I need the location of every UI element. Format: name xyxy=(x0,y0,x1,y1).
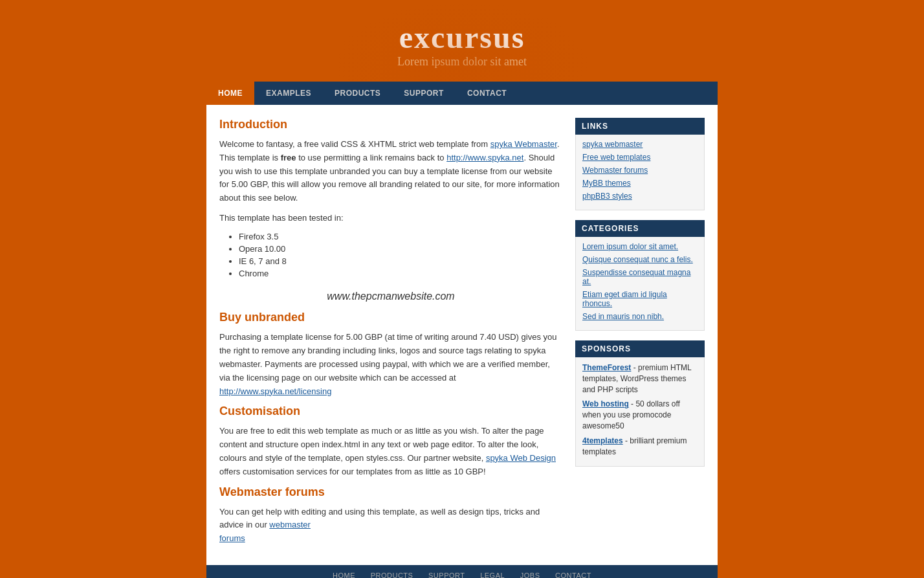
section2-title: Buy unbranded xyxy=(219,311,562,324)
section1-tested: This template has been tested in: xyxy=(219,212,562,225)
section1-title: Introduction xyxy=(219,118,562,131)
sponsor-1: Web hosting - 50 dollars off when you us… xyxy=(582,399,698,431)
sidebar-cat-4[interactable]: Sed in mauris non nibh. xyxy=(582,312,698,321)
sidebar-sponsors-title: SPONSORS xyxy=(575,340,705,357)
footer-nav-legal[interactable]: LEGAL xyxy=(474,572,511,578)
watermark: www.thepcmanwebsite.com xyxy=(219,288,562,305)
webmaster-forums-link[interactable]: webmasterforums xyxy=(219,520,311,543)
spyka-webmaster-link[interactable]: spyka Webmaster xyxy=(490,139,557,149)
footer-nav-jobs[interactable]: JOBS xyxy=(514,572,547,578)
main-content: Introduction Welcome to fantasy, a free … xyxy=(219,118,575,552)
sidebar-cat-0[interactable]: Lorem ipsum dolor sit amet. xyxy=(582,242,698,251)
footer-nav-support[interactable]: SUPPORT xyxy=(422,572,471,578)
sponsor-0: ThemeForest - premium HTML templates, Wo… xyxy=(582,362,698,395)
spyka-web-design-link[interactable]: spyka Web Design xyxy=(486,453,556,463)
sidebar-link-2[interactable]: Webmaster forums xyxy=(582,166,698,175)
sponsor-link-1[interactable]: Web hosting xyxy=(582,399,629,408)
sponsor-link-2[interactable]: 4templates xyxy=(582,436,623,445)
nav-support[interactable]: SUPPORT xyxy=(392,82,456,105)
spyka-url-link[interactable]: http://www.spyka.net xyxy=(446,153,523,162)
sidebar-link-1[interactable]: Free web templates xyxy=(582,153,698,162)
sidebar-links-title: LINKS xyxy=(575,118,705,135)
list-item: Firefox 3.5 xyxy=(239,232,562,241)
sponsor-2: 4templates - brilliant premium templates xyxy=(582,436,698,458)
sidebar-cat-2[interactable]: Suspendisse consequat magna at. xyxy=(582,268,698,286)
sidebar-link-3[interactable]: MyBB themes xyxy=(582,179,698,188)
list-item: Opera 10.00 xyxy=(239,244,562,254)
tested-list: Firefox 3.5 Opera 10.00 IE 6, 7 and 8 Ch… xyxy=(239,232,562,278)
nav-examples[interactable]: EXAMPLES xyxy=(254,82,323,105)
main-nav: HOME EXAMPLES PRODUCTS SUPPORT CONTACT xyxy=(206,82,718,105)
footer-nav-home[interactable]: HOME xyxy=(326,572,362,578)
list-item: Chrome xyxy=(239,269,562,278)
section1-intro: Welcome to fantasy, a free valid CSS & X… xyxy=(219,138,562,205)
footer-nav: HOME PRODUCTS SUPPORT LEGAL JOBS CONTACT xyxy=(206,565,718,578)
licensing-link[interactable]: http://www.spyka.net/licensing xyxy=(219,386,331,396)
sponsor-link-0[interactable]: ThemeForest xyxy=(582,363,631,372)
sidebar-links-box: LINKS spyka webmaster Free web templates… xyxy=(575,118,705,210)
nav-contact[interactable]: CONTACT xyxy=(456,82,518,105)
sidebar-categories-box: CATEGORIES Lorem ipsum dolor sit amet. Q… xyxy=(575,220,705,331)
site-title: excursus xyxy=(206,19,718,55)
sidebar-cat-1[interactable]: Quisque consequat nunc a felis. xyxy=(582,255,698,264)
sidebar-link-4[interactable]: phpBB3 styles xyxy=(582,192,698,201)
site-subtitle: Lorem ipsum dolor sit amet xyxy=(206,55,718,69)
section4-title: Webmaster forums xyxy=(219,485,562,499)
sidebar-sponsors-box: SPONSORS ThemeForest - premium HTML temp… xyxy=(575,340,705,467)
nav-products[interactable]: PRODUCTS xyxy=(323,82,392,105)
list-item: IE 6, 7 and 8 xyxy=(239,256,562,266)
sidebar-link-0[interactable]: spyka webmaster xyxy=(582,140,698,149)
section3-title: Customisation xyxy=(219,405,562,418)
sidebar-categories-title: CATEGORIES xyxy=(575,220,705,237)
sidebar: LINKS spyka webmaster Free web templates… xyxy=(575,118,705,552)
footer-nav-contact[interactable]: CONTACT xyxy=(549,572,598,578)
sidebar-cat-3[interactable]: Etiam eget diam id ligula rhoncus. xyxy=(582,290,698,308)
footer-nav-products[interactable]: PRODUCTS xyxy=(364,572,420,578)
section3-body: You are free to edit this web template a… xyxy=(219,425,562,478)
nav-home[interactable]: HOME xyxy=(206,82,254,105)
section4-body: You can get help with editing and using … xyxy=(219,506,562,546)
section2-body: Purchasing a template license for 5.00 G… xyxy=(219,331,562,398)
